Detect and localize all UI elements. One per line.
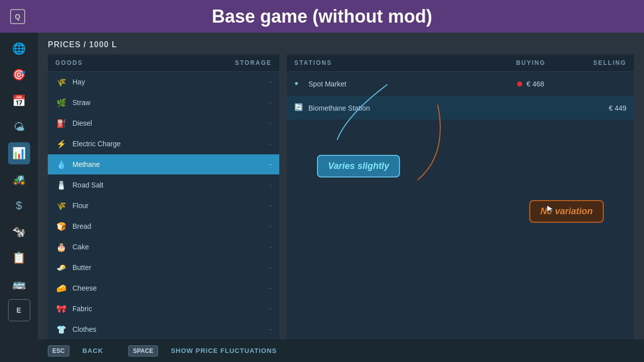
main-content: PRICES / 1000 L GOODS STORAGE 🌾 Hay - 🌿 …	[38, 33, 644, 362]
stations-list: ● Spot Market € 468 🔄 Biomethane Station…	[287, 72, 634, 120]
goods-name: Straw	[72, 99, 269, 107]
goods-name: Methane	[72, 160, 269, 168]
goods-item-electric-charge[interactable]: ⚡ Electric Charge -	[48, 134, 279, 154]
goods-icon: 🌾	[55, 76, 67, 88]
goods-name: Butter	[72, 263, 269, 272]
varies-slightly-box: Varies slightly	[317, 155, 400, 177]
stations-header: STATIONS BUYING SELLING	[287, 54, 634, 72]
sidebar-icon-transport[interactable]: 🚌	[8, 273, 30, 295]
goods-storage: -	[269, 202, 272, 210]
goods-icon: 🎂	[55, 241, 67, 253]
goods-item-fabric[interactable]: 🎀 Fabric -	[48, 299, 279, 319]
goods-name: Road Salt	[72, 181, 269, 189]
esc-key-badge: ESC	[48, 345, 69, 356]
stations-column-header: STATIONS	[294, 59, 496, 66]
goods-name: Electric Charge	[72, 140, 269, 148]
sidebar-icon-weather[interactable]: 🌤	[8, 116, 30, 138]
panels-row: GOODS STORAGE 🌾 Hay - 🌿 Straw - ⛽ Diesel…	[48, 54, 634, 354]
storage-column-header: STORAGE	[231, 59, 272, 66]
no-variation-box: No variation	[529, 200, 604, 223]
buying-price-value: € 468	[526, 80, 544, 88]
station-item-spot-market[interactable]: ● Spot Market € 468	[287, 72, 634, 96]
goods-icon: ⚡	[55, 138, 67, 150]
red-dot-indicator	[517, 81, 522, 86]
goods-name: Hay	[72, 78, 269, 86]
goods-name: Cheese	[72, 284, 269, 292]
sidebar: 🌐 🎯 📅 🌤 📊 🚜 $ 🐄 📋 🚌 E	[0, 33, 38, 362]
goods-storage: -	[269, 160, 272, 168]
goods-name: Flour	[72, 202, 269, 210]
q-key-badge: Q	[10, 9, 25, 24]
prices-header: PRICES / 1000 L	[48, 40, 634, 49]
sidebar-icon-chart[interactable]: 📊	[8, 142, 30, 164]
goods-icon: 👕	[55, 323, 67, 335]
station-type-icon: ●	[294, 79, 304, 89]
goods-icon: 🎀	[55, 303, 67, 315]
goods-icon: 🧈	[55, 261, 67, 274]
goods-storage: -	[269, 325, 272, 333]
goods-name: Bread	[72, 222, 269, 230]
goods-storage: -	[269, 99, 272, 107]
goods-name: Cake	[72, 243, 269, 251]
goods-icon: 🌾	[55, 200, 67, 212]
buying-column-header: BUYING	[496, 59, 566, 66]
sidebar-icon-steering[interactable]: 🎯	[8, 64, 30, 86]
goods-storage: -	[269, 78, 272, 86]
goods-item-butter[interactable]: 🧈 Butter -	[48, 257, 279, 278]
goods-name: Diesel	[72, 119, 269, 127]
goods-storage: -	[269, 222, 272, 230]
goods-icon: 🌿	[55, 97, 67, 109]
goods-panel: GOODS STORAGE 🌾 Hay - 🌿 Straw - ⛽ Diesel…	[48, 54, 279, 354]
goods-icon: 🧂	[55, 179, 67, 191]
sidebar-icon-tractor[interactable]: 🚜	[8, 168, 30, 191]
station-buying-price: € 468	[496, 80, 566, 88]
goods-item-methane[interactable]: 💧 Methane -	[48, 154, 279, 175]
sidebar-icon-money[interactable]: $	[8, 195, 30, 217]
goods-list[interactable]: 🌾 Hay - 🌿 Straw - ⛽ Diesel - ⚡ Electric …	[48, 72, 279, 354]
goods-item-straw[interactable]: 🌿 Straw -	[48, 93, 279, 113]
goods-item-cheese[interactable]: 🧀 Cheese -	[48, 278, 279, 299]
goods-storage: -	[269, 284, 272, 292]
goods-storage: -	[269, 243, 272, 251]
goods-icon: 💧	[55, 158, 67, 170]
top-banner: Q Base game (without mod)	[0, 0, 644, 33]
goods-storage: -	[269, 140, 272, 148]
bottom-bar: ESC BACK SPACE SHOW PRICE FLUCTUATIONS	[38, 339, 644, 362]
station-name: Biomethane Station	[308, 104, 496, 112]
esc-action-label: BACK	[83, 347, 104, 354]
goods-storage: -	[269, 305, 272, 313]
goods-item-hay[interactable]: 🌾 Hay -	[48, 72, 279, 93]
banner-title: Base game (without mod)	[212, 6, 432, 27]
goods-item-cake[interactable]: 🎂 Cake -	[48, 237, 279, 257]
station-selling-price: € 449	[566, 104, 626, 112]
goods-item-bread[interactable]: 🍞 Bread -	[48, 216, 279, 237]
goods-name: Clothes	[72, 325, 269, 333]
goods-icon: 🍞	[55, 220, 67, 232]
space-key-badge: SPACE	[128, 345, 157, 356]
sidebar-icon-globe[interactable]: 🌐	[8, 38, 30, 60]
goods-item-diesel[interactable]: ⛽ Diesel -	[48, 113, 279, 134]
goods-storage: -	[269, 263, 272, 272]
sidebar-icon-calendar[interactable]: 📅	[8, 90, 30, 112]
space-action-label: SHOW PRICE FLUCTUATIONS	[171, 347, 277, 354]
station-name: Spot Market	[308, 80, 496, 88]
sidebar-icon-cow[interactable]: 🐄	[8, 221, 30, 243]
goods-icon: ⛽	[55, 117, 67, 129]
sidebar-icon-notes[interactable]: 📋	[8, 247, 30, 269]
goods-storage: -	[269, 181, 272, 189]
goods-item-flour[interactable]: 🌾 Flour -	[48, 196, 279, 216]
goods-storage: -	[269, 119, 272, 127]
station-item-biomethane-station[interactable]: 🔄 Biomethane Station € 449	[287, 96, 634, 120]
goods-name: Fabric	[72, 305, 269, 313]
stations-panel: STATIONS BUYING SELLING ● Spot Market € …	[287, 54, 634, 354]
goods-column-header: GOODS	[55, 59, 231, 66]
goods-item-road-salt[interactable]: 🧂 Road Salt -	[48, 175, 279, 196]
goods-item-clothes[interactable]: 👕 Clothes -	[48, 319, 279, 340]
goods-icon: 🧀	[55, 282, 67, 294]
goods-header: GOODS STORAGE	[48, 54, 279, 72]
e-key-icon[interactable]: E	[8, 299, 30, 321]
station-type-icon: 🔄	[294, 103, 304, 113]
selling-column-header: SELLING	[566, 59, 626, 66]
